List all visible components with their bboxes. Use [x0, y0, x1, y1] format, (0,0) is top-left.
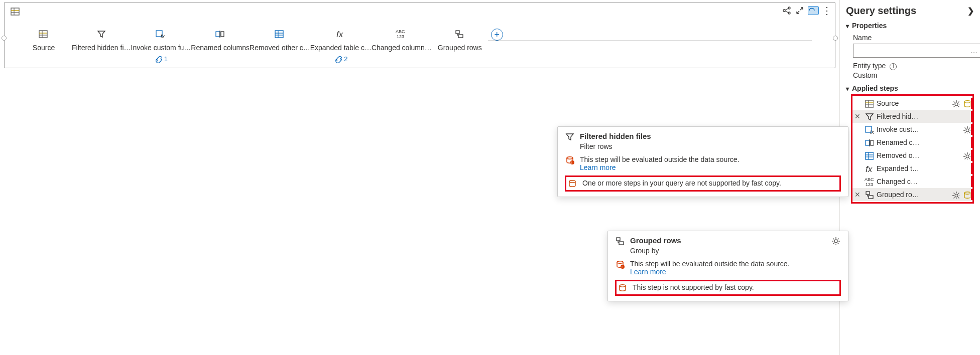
- step-filtered-hidden[interactable]: Filtered hidden fi…: [72, 28, 131, 52]
- applied-steps-header[interactable]: Applied steps: [846, 84, 974, 92]
- name-label: Name: [853, 34, 974, 42]
- step-changed-column[interactable]: Changed column…: [372, 28, 432, 52]
- rename-icon: [214, 28, 227, 41]
- plus-icon: +: [491, 29, 503, 41]
- filter-icon: [565, 132, 575, 142]
- expand-icon: [334, 28, 347, 41]
- remove-step-icon[interactable]: ✕: [854, 191, 862, 199]
- step-invoke-custom[interactable]: Invoke custom fu… 1: [131, 28, 191, 63]
- properties-header[interactable]: Properties: [846, 22, 974, 30]
- name-input[interactable]: …: [853, 44, 980, 58]
- fastcopy-highlight: This step is not supported by fast copy.: [615, 280, 841, 296]
- applied-step-label: Filtered hid…: [877, 112, 970, 120]
- abc123-icon: [395, 28, 408, 41]
- step-removed-other[interactable]: Removed other c…: [250, 28, 310, 52]
- step-label: Removed other c…: [250, 44, 310, 52]
- track-end-dot: [833, 36, 838, 41]
- table-blue-icon: [273, 28, 286, 41]
- step-link-count[interactable]: 1: [154, 55, 168, 63]
- applied-steps-highlight: ✕Source✕Filtered hid…✕Invoke cust…✕Renam…: [851, 94, 974, 204]
- step-label: Source: [33, 44, 55, 52]
- panel-title: Query settings ❯: [846, 5, 974, 17]
- step-type-icon: [865, 125, 874, 134]
- query-settings-panel: Query settings ❯ Properties Name … Entit…: [839, 0, 980, 355]
- step-label: Filtered hidden fi…: [72, 44, 131, 52]
- step-link-count[interactable]: 2: [334, 55, 347, 63]
- ellipsis-icon[interactable]: …: [970, 47, 977, 55]
- applied-step-label: Source: [877, 99, 948, 107]
- table-icon: [37, 28, 50, 41]
- gear-icon[interactable]: [951, 191, 959, 199]
- fastcopy-warn-icon: [567, 179, 577, 189]
- gear-icon[interactable]: [831, 236, 841, 246]
- entity-type-value: Custom: [853, 71, 974, 79]
- step-grouped-rows[interactable]: Grouped rows: [432, 28, 488, 52]
- warning-db-icon: [565, 155, 575, 165]
- step-type-icon: [865, 99, 874, 108]
- tooltip-grouped-rows: Grouped rows Group by This step will be …: [607, 231, 848, 301]
- fastcopy-message: One or more steps in your query are not …: [582, 179, 781, 187]
- datasource-icon: [962, 99, 970, 107]
- step-type-icon: [865, 151, 874, 160]
- tooltip-title: Grouped rows: [630, 236, 681, 245]
- tooltip-warning: This step will be evaluated outside the …: [630, 260, 790, 268]
- diagram-panel: ⋮ Source Filtered hidden fi… Invoke cust…: [4, 2, 835, 68]
- applied-step-item[interactable]: ✕Changed c…: [852, 175, 972, 188]
- applied-step-label: Grouped ro…: [877, 191, 948, 199]
- chevron-right-icon[interactable]: ❯: [967, 6, 974, 16]
- fx-table-icon: [154, 28, 167, 41]
- tooltip-title: Filtered hidden files: [580, 132, 651, 140]
- filter-icon: [95, 28, 108, 41]
- info-icon[interactable]: i: [890, 63, 897, 70]
- add-step-button[interactable]: +: [488, 28, 506, 41]
- track-start-dot: [2, 36, 7, 41]
- step-type-icon: [865, 138, 874, 147]
- tooltip-warning: This step will be evaluated outside the …: [580, 155, 740, 163]
- step-expanded-table[interactable]: Expanded table c… 2: [310, 28, 372, 63]
- applied-step-item[interactable]: ✕Grouped ro…: [852, 188, 972, 201]
- remove-step-icon[interactable]: ✕: [854, 112, 862, 120]
- step-label: Expanded table c…: [310, 44, 372, 52]
- applied-step-label: Renamed c…: [877, 138, 970, 146]
- applied-step-label: Expanded t…: [877, 164, 970, 172]
- gear-icon[interactable]: [962, 125, 970, 133]
- step-label: Grouped rows: [438, 44, 482, 52]
- applied-step-item[interactable]: ✕Invoke cust…: [852, 123, 972, 136]
- fastcopy-highlight: One or more steps in your query are not …: [565, 175, 841, 192]
- applied-step-label: Removed o…: [877, 151, 959, 159]
- applied-step-label: Changed c…: [877, 177, 970, 186]
- step-type-icon: [865, 112, 874, 121]
- step-renamed[interactable]: Renamed columns: [191, 28, 250, 52]
- step-label: Changed column…: [372, 44, 432, 52]
- applied-step-item[interactable]: ✕Filtered hid…: [852, 110, 972, 123]
- tooltip-filtered-hidden: Filtered hidden files Filter rows This s…: [557, 126, 848, 197]
- fastcopy-warn-icon: [618, 283, 628, 293]
- applied-step-item[interactable]: ✕Expanded t…: [852, 162, 972, 175]
- fastcopy-message: This step is not supported by fast copy.: [633, 283, 754, 291]
- step-source[interactable]: Source: [16, 28, 72, 52]
- gear-icon[interactable]: [951, 99, 959, 107]
- group-icon: [453, 28, 466, 41]
- applied-step-label: Invoke cust…: [877, 125, 959, 133]
- step-type-icon: [865, 190, 874, 199]
- learn-more-link[interactable]: Learn more: [580, 163, 616, 171]
- step-track-row: Source Filtered hidden fi… Invoke custom…: [8, 6, 830, 65]
- applied-step-item[interactable]: ✕Renamed c…: [852, 136, 972, 149]
- step-label: Invoke custom fu…: [131, 44, 191, 52]
- entity-type-label: Entity type i: [853, 62, 974, 70]
- group-icon: [615, 236, 625, 246]
- tooltip-subtitle: Filter rows: [580, 142, 651, 150]
- learn-more-link[interactable]: Learn more: [630, 268, 666, 276]
- step-type-icon: [865, 164, 874, 173]
- applied-step-item[interactable]: ✕Removed o…: [852, 149, 972, 162]
- gear-icon[interactable]: [962, 151, 970, 159]
- datasource-icon: [962, 191, 970, 199]
- warning-db-icon: [615, 260, 625, 270]
- applied-step-item[interactable]: ✕Source: [852, 97, 972, 110]
- tooltip-subtitle: Group by: [630, 247, 681, 255]
- step-type-icon: [865, 177, 874, 186]
- step-label: Renamed columns: [191, 44, 250, 52]
